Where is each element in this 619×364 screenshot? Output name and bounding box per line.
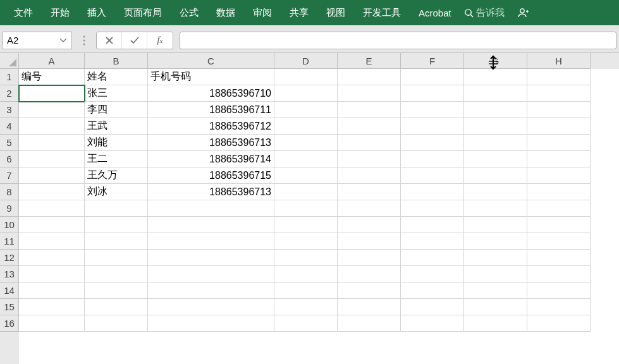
cell-D1[interactable] (274, 69, 338, 85)
cell-G8[interactable] (464, 184, 527, 200)
cell-F5[interactable] (401, 135, 464, 151)
cell-C12[interactable] (148, 250, 274, 266)
cell-G2[interactable] (464, 85, 527, 102)
cell-F3[interactable] (401, 102, 464, 118)
cell-A6[interactable] (19, 151, 85, 167)
cell-B12[interactable] (85, 250, 148, 266)
cell-C7[interactable]: 18865396715 (148, 167, 274, 184)
cell-F9[interactable] (401, 200, 464, 217)
row-header-16[interactable]: 16 (0, 315, 19, 332)
cell-E13[interactable] (338, 266, 401, 282)
cell-A13[interactable] (19, 266, 85, 282)
cell-G6[interactable] (464, 151, 527, 167)
row-header-5[interactable]: 5 (0, 135, 19, 151)
cell-F15[interactable] (401, 299, 464, 315)
cell-E1[interactable] (338, 69, 401, 85)
cell-B8[interactable]: 刘冰 (85, 184, 148, 200)
cell-H9[interactable] (527, 200, 591, 217)
cell-B1[interactable]: 姓名 (85, 69, 148, 85)
ribbon-tab-6[interactable]: 审阅 (244, 0, 281, 25)
row-header-15[interactable]: 15 (0, 299, 19, 315)
row-header-11[interactable]: 11 (0, 233, 19, 250)
cell-H10[interactable] (527, 217, 591, 233)
cell-G12[interactable] (464, 250, 527, 266)
cell-A15[interactable] (19, 299, 85, 315)
cell-D2[interactable] (274, 85, 338, 102)
cell-B4[interactable]: 王武 (85, 118, 148, 135)
cell-A2[interactable] (19, 85, 85, 102)
cell-D10[interactable] (274, 217, 338, 233)
cell-E4[interactable] (338, 118, 401, 135)
share-button[interactable] (512, 7, 534, 18)
cell-C2[interactable]: 18865396710 (148, 85, 274, 102)
cell-F8[interactable] (401, 184, 464, 200)
formula-bar-options[interactable] (78, 35, 90, 46)
cell-H3[interactable] (527, 102, 591, 118)
row-header-7[interactable]: 7 (0, 167, 19, 184)
ribbon-tab-9[interactable]: 开发工具 (354, 0, 410, 25)
cell-E3[interactable] (338, 102, 401, 118)
cell-A11[interactable] (19, 233, 85, 250)
cell-D7[interactable] (274, 167, 338, 184)
cell-D14[interactable] (274, 282, 338, 299)
ribbon-tab-1[interactable]: 开始 (42, 0, 78, 25)
cell-G10[interactable] (464, 217, 527, 233)
cell-C8[interactable]: 18865396713 (148, 184, 274, 200)
cell-D11[interactable] (274, 233, 338, 250)
cell-C10[interactable] (148, 217, 274, 233)
cell-F14[interactable] (401, 282, 464, 299)
insert-function-button[interactable]: fx (147, 32, 173, 49)
cell-D15[interactable] (274, 299, 338, 315)
cell-G13[interactable] (464, 266, 527, 282)
cell-H5[interactable] (527, 135, 591, 151)
cell-E12[interactable] (338, 250, 401, 266)
cell-E15[interactable] (338, 299, 401, 315)
cell-E10[interactable] (338, 217, 401, 233)
row-header-4[interactable]: 4 (0, 118, 19, 135)
cell-H11[interactable] (527, 233, 591, 250)
ribbon-tab-3[interactable]: 页面布局 (115, 0, 171, 25)
cell-H6[interactable] (527, 151, 591, 167)
col-header-D[interactable]: D (274, 53, 338, 69)
cell-E9[interactable] (338, 200, 401, 217)
cell-D12[interactable] (274, 250, 338, 266)
cell-A4[interactable] (19, 118, 85, 135)
cell-A8[interactable] (19, 184, 85, 200)
ribbon-tab-0[interactable]: 文件 (5, 0, 42, 25)
cell-B5[interactable]: 刘能 (85, 135, 148, 151)
cell-A5[interactable] (19, 135, 85, 151)
cell-C1[interactable]: 手机号码 (148, 69, 274, 85)
cell-F2[interactable] (401, 85, 464, 102)
cell-D16[interactable] (274, 315, 338, 332)
ribbon-tab-5[interactable]: 数据 (207, 0, 244, 25)
cell-A9[interactable] (19, 200, 85, 217)
cell-C5[interactable]: 18865396713 (148, 135, 274, 151)
cell-C15[interactable] (148, 299, 274, 315)
col-header-A[interactable]: A (19, 53, 85, 69)
cell-F7[interactable] (401, 167, 464, 184)
cell-C11[interactable] (148, 233, 274, 250)
cell-H14[interactable] (527, 282, 591, 299)
cell-C6[interactable]: 18865396714 (148, 151, 274, 167)
cell-G14[interactable] (464, 282, 527, 299)
name-box-dropdown[interactable] (59, 39, 68, 42)
cell-G1[interactable] (464, 69, 527, 85)
row-header-12[interactable]: 12 (0, 250, 19, 266)
col-header-C[interactable]: C (148, 53, 274, 69)
select-all-cells[interactable] (0, 53, 19, 69)
cell-H2[interactable] (527, 85, 591, 102)
cell-F13[interactable] (401, 266, 464, 282)
cell-F1[interactable] (401, 69, 464, 85)
cell-G5[interactable] (464, 135, 527, 151)
ribbon-tab-8[interactable]: 视图 (317, 0, 354, 25)
cell-B6[interactable]: 王二 (85, 151, 148, 167)
cell-D13[interactable] (274, 266, 338, 282)
cell-C16[interactable] (148, 315, 274, 332)
cell-G7[interactable] (464, 167, 527, 184)
cell-F12[interactable] (401, 250, 464, 266)
cell-H12[interactable] (527, 250, 591, 266)
row-header-9[interactable]: 9 (0, 200, 19, 217)
cell-E7[interactable] (338, 167, 401, 184)
row-header-6[interactable]: 6 (0, 151, 19, 167)
cell-H1[interactable] (527, 69, 591, 85)
